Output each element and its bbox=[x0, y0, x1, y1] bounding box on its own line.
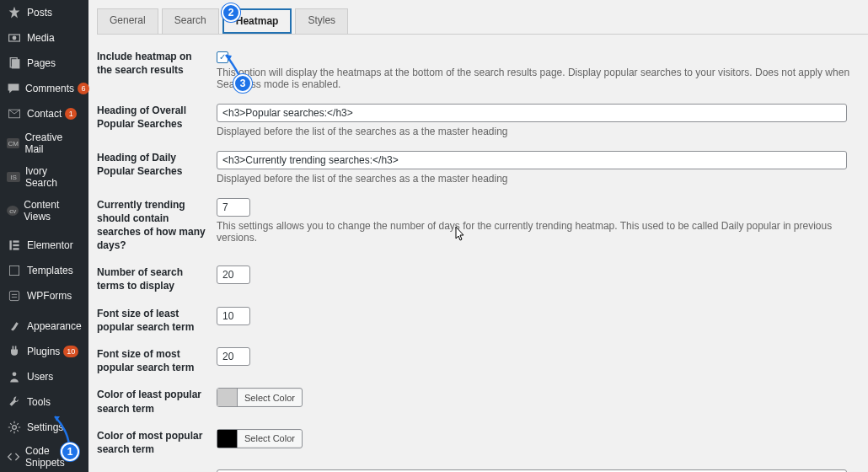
sidebar-item-settings[interactable]: Settings bbox=[0, 415, 88, 440]
sidebar-item-label: Creative Mail bbox=[24, 131, 82, 155]
select-color-btn-least[interactable]: Select Color bbox=[238, 390, 302, 405]
annotation-2: 2 bbox=[222, 3, 240, 22]
cursor-icon bbox=[455, 226, 467, 244]
sidebar-item-users[interactable]: Users bbox=[0, 364, 88, 389]
sidebar-item-creative-mail[interactable]: CMCreative Mail bbox=[0, 126, 88, 160]
sidebar-item-elementor[interactable]: Elementor bbox=[0, 233, 88, 258]
svg-point-13 bbox=[13, 372, 17, 376]
label-color-most: Color of most popular search term bbox=[97, 429, 217, 456]
svg-rect-9 bbox=[9, 266, 19, 275]
sidebar-item-label: Plugins bbox=[27, 346, 60, 357]
tab-general[interactable]: General bbox=[97, 8, 158, 34]
wrench-icon bbox=[7, 394, 22, 410]
sidebar-item-label: Elementor bbox=[27, 239, 73, 251]
sidebar-item-label: Templates bbox=[27, 265, 73, 276]
color-picker-most[interactable]: Select Color bbox=[217, 429, 303, 448]
svg-rect-5 bbox=[9, 240, 11, 249]
sidebar-item-label: Content Views bbox=[24, 199, 82, 223]
is-icon: IS bbox=[7, 172, 20, 182]
svg-rect-6 bbox=[13, 240, 19, 242]
annotation-1: 1 bbox=[61, 442, 79, 461]
comment-icon bbox=[7, 81, 20, 96]
page-icon bbox=[7, 56, 22, 71]
label-font-least: Font size of least popular search term bbox=[97, 307, 217, 334]
sidebar-item-label: Appearance bbox=[27, 320, 82, 332]
sidebar-item-label: Comments bbox=[25, 83, 74, 94]
help-heading-overall: Displayed before the list of the searche… bbox=[217, 126, 851, 137]
svg-rect-10 bbox=[9, 291, 19, 300]
help-include-heatmap: This option will display the heatmaps at… bbox=[217, 67, 851, 90]
brush-icon bbox=[7, 319, 22, 334]
sidebar-item-posts[interactable]: Posts bbox=[0, 0, 88, 25]
badge: 6 bbox=[78, 83, 89, 94]
input-num-terms[interactable] bbox=[217, 266, 250, 284]
help-heading-daily: Displayed before the list of the searche… bbox=[217, 173, 851, 185]
sidebar-item-media[interactable]: Media bbox=[0, 25, 88, 51]
sidebar-item-pages[interactable]: Pages bbox=[0, 51, 88, 76]
sidebar-item-label: WPForms bbox=[27, 290, 72, 302]
sidebar-item-contact[interactable]: Contact1 bbox=[0, 101, 88, 126]
label-include-heatmap: Include heatmap on the search results bbox=[97, 50, 217, 90]
sidebar-item-templates[interactable]: Templates bbox=[0, 258, 88, 283]
input-trending-days[interactable] bbox=[217, 198, 250, 217]
color-picker-least[interactable]: Select Color bbox=[217, 388, 303, 407]
sidebar-item-tools[interactable]: Tools bbox=[0, 389, 88, 415]
tab-styles[interactable]: Styles bbox=[295, 8, 348, 34]
sidebar-item-content-views[interactable]: cvContent Views bbox=[0, 194, 88, 228]
color-swatch-least bbox=[217, 389, 238, 406]
annotation-3: 3 bbox=[233, 74, 252, 93]
badge: 10 bbox=[63, 346, 78, 357]
svg-point-14 bbox=[13, 426, 17, 430]
sidebar-item-ivory-search[interactable]: ISIvory Search bbox=[0, 160, 88, 194]
cm-icon: CM bbox=[7, 138, 19, 148]
help-trending-days: This settings allows you to change the n… bbox=[217, 220, 851, 244]
sidebar-item-plugins[interactable]: Plugins10 bbox=[0, 339, 88, 364]
settings-tabs: General Search Heatmap Styles bbox=[97, 8, 868, 35]
user-icon bbox=[7, 369, 22, 384]
sidebar-item-label: Pages bbox=[27, 57, 56, 69]
svg-point-0 bbox=[13, 36, 17, 40]
svg-rect-7 bbox=[13, 244, 19, 246]
wpforms-icon bbox=[7, 288, 22, 303]
code-icon bbox=[7, 449, 20, 464]
gear-icon bbox=[7, 420, 22, 435]
input-font-most[interactable] bbox=[217, 347, 250, 366]
label-font-most: Font size of most popular search term bbox=[97, 347, 217, 374]
sidebar-item-wpforms[interactable]: WPForms bbox=[0, 283, 88, 308]
label-num-terms: Number of search terms to display bbox=[97, 266, 217, 292]
sidebar-item-label: Settings bbox=[27, 421, 63, 433]
color-swatch-most bbox=[217, 430, 238, 448]
tab-search[interactable]: Search bbox=[162, 8, 219, 34]
input-font-least[interactable] bbox=[217, 307, 250, 325]
svg-rect-8 bbox=[13, 248, 19, 249]
sidebar-item-label: Posts bbox=[27, 7, 52, 19]
checkbox-include-heatmap[interactable]: ✓ bbox=[217, 51, 228, 63]
sidebar-item-label: Ivory Search bbox=[25, 165, 82, 189]
pin-icon bbox=[7, 5, 22, 20]
svg-rect-3 bbox=[12, 59, 20, 68]
select-color-btn-most[interactable]: Select Color bbox=[238, 431, 302, 446]
sidebar-item-appearance[interactable]: Appearance bbox=[0, 314, 88, 339]
sidebar-item-label: Media bbox=[27, 32, 55, 44]
admin-sidebar: Posts Media Pages Comments6 Contact1 CMC… bbox=[0, 0, 88, 472]
input-heading-daily[interactable] bbox=[217, 151, 847, 169]
label-color-least: Color of least popular search term bbox=[97, 388, 217, 415]
label-trending-days: Currently trending should contain search… bbox=[97, 198, 217, 253]
sidebar-item-label: Users bbox=[27, 371, 53, 383]
elementor-icon bbox=[7, 238, 22, 253]
sidebar-item-label: Contact bbox=[27, 108, 62, 120]
plug-icon bbox=[7, 344, 22, 359]
sidebar-item-comments[interactable]: Comments6 bbox=[0, 76, 88, 101]
main-content: General Search Heatmap Styles Include he… bbox=[88, 0, 868, 472]
media-icon bbox=[7, 30, 22, 46]
input-heading-overall[interactable] bbox=[217, 104, 847, 122]
mail-icon bbox=[7, 106, 22, 121]
label-heading-daily: Heading of Daily Popular Searches bbox=[97, 151, 217, 185]
badge: 1 bbox=[65, 108, 77, 120]
label-heading-overall: Heading of Overall Popular Searches bbox=[97, 104, 217, 137]
templates-icon bbox=[7, 263, 22, 278]
sidebar-item-label: Tools bbox=[27, 396, 51, 408]
cv-icon: cv bbox=[7, 206, 19, 216]
